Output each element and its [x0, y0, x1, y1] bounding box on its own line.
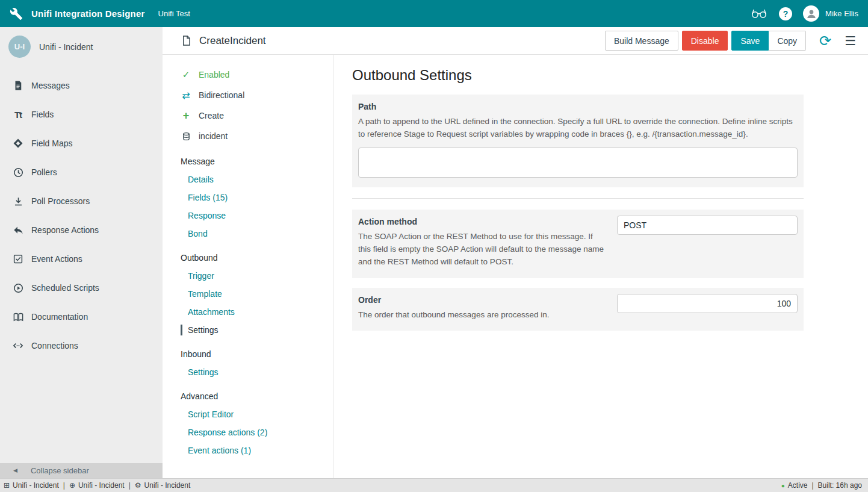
header-actions: Build Message Disable Save Copy ⟳ ☰ [605, 31, 858, 51]
hamburger-menu-icon[interactable]: ☰ [845, 34, 856, 48]
copy-button[interactable]: Copy [769, 31, 806, 51]
sidebar-item-label: Documentation [31, 312, 88, 322]
app-title: Unifi Integration Designer [31, 8, 145, 19]
user-avatar[interactable] [803, 5, 819, 22]
collapse-sidebar-button[interactable]: ◀ Collapse sidebar [0, 463, 163, 478]
order-label: Order [358, 295, 605, 305]
sidebar-item-label: Field Maps [31, 139, 72, 148]
message-subnav: ✓ Enabled ⇄ Bidirectional + Create incid… [163, 55, 334, 478]
path-input[interactable] [358, 148, 798, 178]
grid-icon: ⊞ [4, 481, 10, 490]
documentation-icon [12, 311, 24, 323]
sidebar-item-label: Event Actions [31, 254, 82, 264]
subnav-section-message: Message [181, 152, 333, 170]
scheduled-scripts-icon [12, 282, 24, 294]
active-status-label: Active [788, 481, 808, 490]
main-panel: CreateIncident Build Message Disable Sav… [163, 27, 868, 478]
poll-processors-icon [12, 195, 24, 207]
subnav-link-response[interactable]: Response [181, 207, 333, 225]
subnav-link-details[interactable]: Details [181, 170, 333, 188]
settings-content: Outbound Settings Path A path to append … [334, 55, 868, 478]
sidebar-app-header[interactable]: U-I Unifi - Incident [0, 27, 163, 66]
statusbar-item-label: Unifi - Incident [144, 481, 191, 490]
path-field-card: Path A path to append to the URL defined… [352, 95, 804, 187]
sidebar-item-event-actions[interactable]: Event Actions [0, 244, 163, 273]
sidebar-item-scheduled-scripts[interactable]: Scheduled Scripts [0, 273, 163, 302]
subnav-link-bond[interactable]: Bond [181, 225, 333, 243]
gear-icon: ⚙ [135, 481, 141, 490]
event-actions-icon [12, 253, 24, 265]
sidebar-item-messages[interactable]: Messages [0, 71, 163, 100]
top-bar: Unifi Integration Designer Unifi Test ? … [0, 0, 868, 27]
message-header: CreateIncident Build Message Disable Sav… [163, 27, 868, 55]
check-icon: ✓ [181, 69, 191, 80]
status-bar: ⊞ Unifi - Incident | ⊕ Unifi - Incident … [0, 478, 868, 492]
sidebar-item-poll-processors[interactable]: Poll Processors [0, 187, 163, 216]
sidebar-item-response-actions[interactable]: Response Actions [0, 216, 163, 244]
statusbar-separator: | [62, 481, 66, 490]
statusbar-item-instance[interactable]: ⊞ Unifi - Incident [4, 481, 59, 490]
sidebar-item-field-maps[interactable]: Field Maps [0, 129, 163, 158]
subnav-link-outbound-settings[interactable]: Settings [181, 321, 333, 339]
globe-icon: ⊕ [69, 481, 75, 490]
sidebar-item-pollers[interactable]: Pollers [0, 158, 163, 187]
subnav-link-script-editor[interactable]: Script Editor [181, 405, 333, 423]
sidebar-item-label: Messages [31, 81, 70, 90]
subnav-link-response-actions[interactable]: Response actions (2) [181, 423, 333, 441]
action-method-input[interactable] [617, 216, 798, 235]
active-status-dot: ● [781, 482, 785, 489]
subnav-link-trigger[interactable]: Trigger [181, 267, 333, 285]
statusbar-item-label: Unifi - Incident [78, 481, 125, 490]
status-incident-table[interactable]: incident [181, 126, 333, 146]
connections-icon [12, 340, 24, 352]
sidebar-item-label: Response Actions [31, 225, 99, 235]
status-enabled[interactable]: ✓ Enabled [181, 64, 333, 85]
sidebar-item-documentation[interactable]: Documentation [0, 302, 163, 331]
sidebar: U-I Unifi - Incident Messages Tt Fields … [0, 27, 163, 478]
statusbar-separator: | [128, 481, 132, 490]
sidebar-item-fields[interactable]: Tt Fields [0, 100, 163, 129]
collapse-sidebar-label: Collapse sidebar [31, 466, 89, 475]
collapse-arrow-icon: ◀ [13, 468, 17, 473]
status-label: Bidirectional [199, 90, 244, 100]
bidirectional-icon: ⇄ [181, 90, 191, 101]
action-method-description: The SOAP Action or the REST Method to us… [358, 230, 605, 268]
subnav-link-event-actions[interactable]: Event actions (1) [181, 441, 333, 459]
order-input[interactable] [617, 294, 798, 313]
sidebar-item-connections[interactable]: Connections [0, 331, 163, 360]
disable-button[interactable]: Disable [682, 31, 728, 51]
subnav-link-attachments[interactable]: Attachments [181, 303, 333, 321]
path-label: Path [358, 102, 798, 111]
status-create[interactable]: + Create [181, 105, 333, 126]
subnav-section-outbound: Outbound [181, 249, 333, 267]
messages-icon [12, 79, 24, 92]
statusbar-item-app[interactable]: ⊕ Unifi - Incident [69, 481, 125, 490]
path-description: A path to append to the URL defined in t… [358, 115, 798, 140]
built-timestamp: Built: 16h ago [818, 481, 862, 490]
main-body: ✓ Enabled ⇄ Bidirectional + Create incid… [163, 55, 868, 478]
glasses-icon[interactable] [750, 7, 768, 21]
subnav-section-inbound: Inbound [181, 345, 333, 363]
action-method-label: Action method [358, 217, 605, 226]
help-icon[interactable]: ? [779, 7, 792, 20]
sidebar-item-label: Scheduled Scripts [31, 283, 99, 293]
status-bidirectional[interactable]: ⇄ Bidirectional [181, 85, 333, 105]
subnav-link-template[interactable]: Template [181, 285, 333, 303]
status-label: incident [199, 131, 228, 141]
user-name[interactable]: Mike Ellis [825, 9, 858, 18]
order-description: The order that outbound messages are pro… [358, 308, 605, 321]
save-button[interactable]: Save [731, 31, 769, 51]
pollers-icon [12, 166, 24, 178]
sidebar-nav: Messages Tt Fields Field Maps Pollers [0, 71, 163, 360]
status-label: Enabled [199, 70, 229, 79]
refresh-icon[interactable]: ⟳ [819, 34, 831, 48]
message-icon [181, 35, 192, 46]
database-icon [181, 132, 191, 141]
statusbar-item-label: Unifi - Incident [13, 481, 59, 490]
subnav-link-fields[interactable]: Fields (15) [181, 188, 333, 207]
wrench-icon [10, 7, 23, 20]
section-divider [352, 198, 804, 199]
subnav-link-inbound-settings[interactable]: Settings [181, 363, 333, 381]
build-message-button[interactable]: Build Message [605, 31, 678, 51]
statusbar-item-integration[interactable]: ⚙ Unifi - Incident [135, 481, 190, 490]
